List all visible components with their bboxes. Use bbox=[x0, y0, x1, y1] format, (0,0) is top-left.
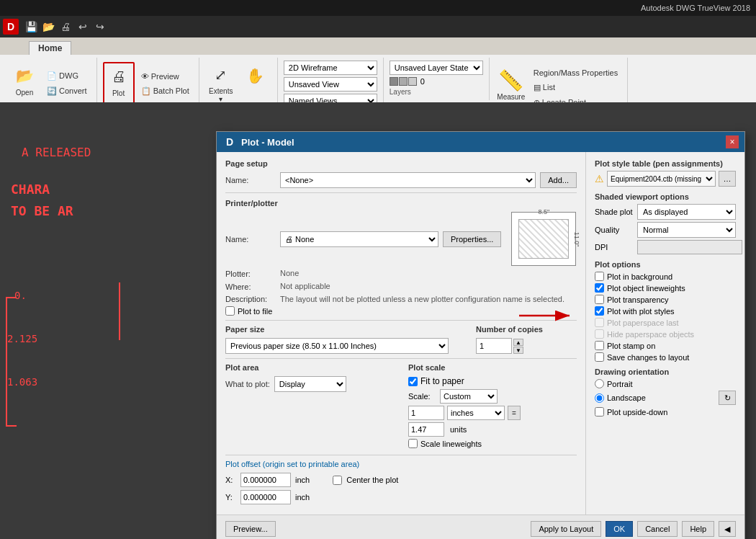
center-plot-label[interactable]: Center the plot bbox=[346, 476, 398, 484]
paperspace-last-checkbox[interactable] bbox=[595, 318, 604, 327]
landscape-radio[interactable] bbox=[595, 393, 604, 403]
ribbon-tab-bar: Home bbox=[0, 37, 756, 55]
copies-up-btn[interactable]: ▲ bbox=[513, 339, 523, 346]
plot-styles-checkbox[interactable] bbox=[595, 306, 604, 316]
scale-input-2[interactable] bbox=[408, 422, 444, 437]
dwg-button[interactable]: 📄 DWG bbox=[43, 69, 91, 83]
upside-down-label[interactable]: Plot upside-down bbox=[607, 408, 667, 416]
batch-plot-button[interactable]: 📋 Batch Plot bbox=[138, 84, 193, 98]
plot-bg-checkbox[interactable] bbox=[595, 272, 604, 281]
scale-lock-btn[interactable]: = bbox=[508, 406, 521, 420]
dpi-input[interactable] bbox=[637, 240, 742, 254]
extents-button[interactable]: ⤢ Extents ▾ bbox=[205, 62, 237, 105]
upside-down-row: Plot upside-down bbox=[595, 407, 736, 416]
what-to-plot-row: What to plot: Display bbox=[225, 376, 394, 392]
upside-down-checkbox[interactable] bbox=[595, 407, 604, 416]
fit-to-paper-row: Fit to paper bbox=[408, 376, 577, 386]
dialog-close-button[interactable]: × bbox=[726, 135, 739, 148]
scale-lineweights-checkbox[interactable] bbox=[408, 439, 418, 448]
apply-to-layout-button[interactable]: Apply to Layout bbox=[531, 521, 601, 537]
scale-label: Scale: bbox=[408, 392, 437, 401]
app-logo: D bbox=[3, 19, 19, 35]
what-to-plot-select[interactable]: Display bbox=[274, 376, 346, 392]
scale-select[interactable]: Custom bbox=[440, 389, 498, 404]
save-changes-checkbox[interactable] bbox=[595, 352, 604, 362]
dialog-titlebar: D Plot - Model × bbox=[217, 132, 744, 152]
plot-to-file-row: Plot to file bbox=[225, 306, 577, 316]
tab-home[interactable]: Home bbox=[29, 41, 71, 55]
quick-redo-btn[interactable]: ↪ bbox=[92, 19, 108, 35]
plot-offset-section: Plot offset (origin set to printable are… bbox=[225, 460, 577, 504]
ok-button[interactable]: OK bbox=[606, 521, 633, 537]
plot-lw-checkbox[interactable] bbox=[595, 283, 604, 293]
opt-plot-stamp: Plot stamp on bbox=[595, 341, 736, 350]
plot-style-edit-btn[interactable]: … bbox=[719, 171, 736, 187]
scale-unit-select[interactable]: inches bbox=[447, 406, 505, 420]
preview-footer-button[interactable]: Preview... bbox=[225, 521, 276, 537]
quick-print-btn[interactable]: 🖨 bbox=[58, 19, 73, 35]
opt-transparency: Plot transparency bbox=[595, 295, 736, 304]
quick-save-btn[interactable]: 💾 bbox=[23, 19, 39, 35]
plot-to-file-label[interactable]: Plot to file bbox=[238, 307, 272, 316]
properties-button[interactable]: Properties... bbox=[443, 231, 501, 247]
dialog-title-left: D Plot - Model bbox=[222, 135, 294, 149]
open-button[interactable]: 📂 Open bbox=[9, 62, 40, 105]
plot-options-label: Plot options bbox=[595, 260, 736, 269]
quick-undo-btn[interactable]: ↩ bbox=[75, 19, 91, 35]
hide-paperspace-label: Hide paperspace objects bbox=[607, 330, 694, 339]
description-value: The layout will not be plotted unless a … bbox=[280, 295, 564, 303]
copies-input[interactable] bbox=[476, 338, 512, 354]
help-button[interactable]: Help bbox=[682, 521, 714, 537]
page-setup-add-button[interactable]: Add... bbox=[540, 172, 577, 188]
plot-bg-label: Plot in background bbox=[607, 272, 672, 281]
wireframe-select[interactable]: 2D Wireframe bbox=[284, 61, 377, 75]
landscape-label[interactable]: Landscape bbox=[607, 393, 646, 402]
x-offset-input[interactable] bbox=[240, 473, 291, 487]
view-dropdown-row2: Unsaved View bbox=[284, 77, 377, 92]
plot-style-select[interactable]: Equipment2004.ctb (missing bbox=[607, 171, 716, 187]
pan-button[interactable]: ✋ bbox=[240, 62, 271, 105]
plot-button[interactable]: 🖨 Plot bbox=[103, 62, 135, 105]
scale-lineweights-label[interactable]: Scale lineweights bbox=[420, 440, 482, 448]
quality-label: Quality bbox=[595, 226, 634, 234]
layer-state-select[interactable]: Unsaved Layer State bbox=[390, 61, 483, 75]
page-setup-name-select[interactable]: <None> bbox=[280, 172, 536, 188]
pan-icon: ✋ bbox=[244, 64, 267, 87]
quality-select[interactable]: Normal bbox=[637, 222, 736, 238]
dwg-convert-col: 📄 DWG 🔄 Convert bbox=[43, 66, 91, 101]
landscape-icon[interactable]: ↻ bbox=[719, 391, 736, 405]
y-offset-input[interactable] bbox=[240, 490, 291, 504]
paper-copies-row: Paper size Previous paper size (8.50 x 1… bbox=[225, 325, 577, 354]
opt-save-changes: Save changes to layout bbox=[595, 352, 736, 362]
view-select[interactable]: Unsaved View bbox=[284, 77, 377, 92]
cancel-button[interactable]: Cancel bbox=[637, 521, 678, 537]
scale-input-1[interactable] bbox=[408, 406, 444, 420]
center-plot-checkbox[interactable] bbox=[333, 476, 342, 485]
plot-stamp-checkbox[interactable] bbox=[595, 341, 604, 350]
shaded-viewport-label: Shaded viewport options bbox=[595, 192, 736, 201]
back-button[interactable]: ◀ bbox=[719, 521, 736, 537]
fit-to-paper-checkbox[interactable] bbox=[408, 377, 418, 386]
plot-trans-checkbox[interactable] bbox=[595, 295, 604, 304]
paperspace-last-label: Plot paperspace last bbox=[607, 318, 679, 327]
plot-label: Plot bbox=[112, 89, 125, 97]
plot-to-file-checkbox[interactable] bbox=[225, 306, 235, 316]
copies-down-btn[interactable]: ▼ bbox=[513, 347, 523, 354]
printer-name-select[interactable]: 🖨 None bbox=[280, 231, 438, 247]
convert-button[interactable]: 🔄 Convert bbox=[43, 84, 91, 98]
paper-size-select[interactable]: Previous paper size (8.50 x 11.00 Inches… bbox=[225, 338, 449, 354]
list-button[interactable]: ▤ List bbox=[530, 81, 621, 94]
preview-button[interactable]: 👁 Preview bbox=[138, 70, 193, 83]
paper-preview-inner: 8.5" 11.0" bbox=[518, 219, 569, 259]
portrait-label[interactable]: Portrait bbox=[607, 380, 632, 388]
hide-paperspace-checkbox[interactable] bbox=[595, 329, 604, 339]
fit-to-paper-label[interactable]: Fit to paper bbox=[420, 376, 464, 386]
quick-open-btn[interactable]: 📂 bbox=[40, 19, 56, 35]
region-mass-button[interactable]: Region/Mass Properties bbox=[530, 66, 621, 79]
y-offset-row: Y: inch bbox=[225, 490, 577, 504]
color-box-2 bbox=[399, 77, 408, 86]
portrait-radio[interactable] bbox=[595, 379, 604, 388]
printer-name-row: Name: 🖨 None Properties... 8.5" 11.0" bbox=[225, 212, 577, 266]
where-row: Where: Not applicable bbox=[225, 282, 577, 292]
shade-plot-select[interactable]: As displayed bbox=[637, 204, 736, 220]
